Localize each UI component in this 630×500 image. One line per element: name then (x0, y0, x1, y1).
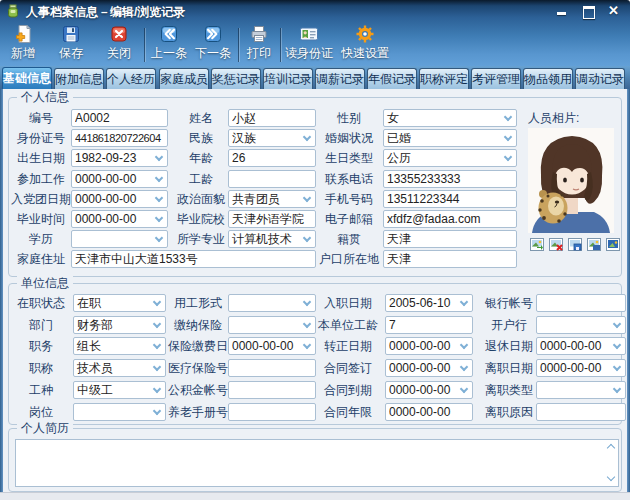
previous-record-button[interactable]: 上一条 (148, 24, 190, 64)
chevron-down-icon (155, 234, 163, 242)
medical-insurance-input[interactable] (228, 359, 316, 377)
new-record-icon (13, 24, 33, 44)
code-input[interactable] (71, 109, 168, 127)
employment-info-group: 单位信息 在职状态 在职 用工形式 入职日期 2005-06-10 银行帐号 部… (8, 283, 622, 425)
previous-button-label: 上一条 (148, 45, 190, 62)
worker-type-select[interactable]: 中级工 (73, 381, 166, 399)
bank-name-select[interactable] (536, 316, 626, 334)
contract-expire-select[interactable]: 0000-00-00 (385, 381, 473, 399)
tab-bar: 基础信息 附加信息 个人经历 家庭成员 奖惩记录 培训记录 调薪记录 年假记录 … (0, 66, 630, 89)
unit-seniority-input[interactable] (385, 316, 473, 334)
phone-input[interactable] (383, 170, 517, 188)
tab-extra-info[interactable]: 附加信息 (54, 68, 104, 89)
tab-family-members[interactable]: 家庭成员 (159, 68, 209, 89)
email-input[interactable] (383, 210, 517, 228)
scroll-down-icon[interactable] (606, 474, 616, 484)
new-button-label: 新增 (2, 45, 44, 62)
school-input[interactable] (228, 210, 316, 228)
bank-name-label: 开户行 (477, 318, 541, 333)
personal-info-group: 个人信息 编号 姓名 性别 女 身份证号 民族 汉族 婚姻状况 已婚 出生日期 … (8, 97, 622, 277)
maximize-button[interactable] (578, 3, 599, 17)
department-select[interactable]: 财务部 (73, 316, 166, 334)
insurance-pay-date-label: 保险缴费日 (165, 339, 231, 354)
titlebar[interactable]: 人事档案信息－编辑/浏览记录 ✕ (0, 0, 630, 22)
education-select[interactable] (71, 230, 168, 248)
work-start-select[interactable]: 0000-00-00 (71, 170, 168, 188)
tab-title-evaluation[interactable]: 职称评定 (419, 68, 469, 89)
leave-type-select[interactable] (536, 381, 626, 399)
title-select[interactable]: 技术员 (73, 359, 166, 377)
duty-select[interactable]: 组长 (73, 337, 166, 355)
contract-sign-label: 合同签订 (312, 361, 384, 376)
quick-settings-button[interactable]: 快速设置 (339, 24, 391, 64)
next-record-button[interactable]: 下一条 (192, 24, 234, 64)
leave-reason-input[interactable] (536, 403, 626, 421)
tab-basic-info[interactable]: 基础信息 (2, 67, 52, 89)
housing-fund-input[interactable] (228, 381, 316, 399)
post-label: 岗位 (11, 405, 71, 420)
save-button[interactable]: 保存 (50, 24, 92, 64)
retire-date-select[interactable]: 0000-00-00 (536, 337, 626, 355)
read-id-card-button[interactable]: 读身份证 (283, 24, 335, 64)
employ-status-select[interactable]: 在职 (73, 294, 166, 312)
minimize-button[interactable] (552, 3, 573, 17)
close-window-button[interactable]: ✕ (603, 3, 624, 17)
chevron-down-icon (153, 320, 161, 328)
employ-form-select[interactable] (228, 294, 316, 312)
contract-years-input[interactable] (385, 403, 473, 421)
mobile-input[interactable] (383, 190, 517, 208)
post-select[interactable] (73, 403, 166, 421)
chevron-down-icon (504, 113, 512, 121)
chevron-down-icon (153, 363, 161, 371)
close-button[interactable]: 关闭 (98, 24, 140, 64)
scroll-up-icon[interactable] (606, 442, 616, 452)
bank-account-input[interactable] (536, 294, 626, 312)
tab-salary-adjust[interactable]: 调薪记录 (315, 68, 365, 89)
party-date-select[interactable]: 0000-00-00 (71, 190, 168, 208)
photo-load-icon[interactable] (530, 238, 544, 251)
gender-select[interactable]: 女 (383, 109, 517, 127)
seniority-input[interactable] (228, 170, 316, 188)
photo-export-icon[interactable] (606, 238, 620, 251)
insurance-pay-select[interactable] (228, 316, 316, 334)
political-status-select[interactable]: 共青团员 (228, 190, 316, 208)
age-input[interactable] (228, 149, 316, 167)
resume-textarea[interactable] (15, 439, 619, 487)
major-select[interactable]: 计算机技术 (228, 230, 316, 248)
tab-personal-history[interactable]: 个人经历 (106, 68, 156, 89)
tab-reward-punishment[interactable]: 奖惩记录 (211, 68, 261, 89)
save-icon (61, 24, 81, 44)
birthday-type-select[interactable]: 公历 (383, 149, 517, 167)
worker-type-label: 工种 (11, 383, 71, 398)
household-location-input[interactable] (383, 250, 517, 268)
leave-date-select[interactable]: 0000-00-00 (536, 359, 626, 377)
mobile-label: 手机号码 (315, 192, 383, 207)
age-label: 年龄 (171, 151, 231, 166)
marital-status-select[interactable]: 已婚 (383, 129, 517, 147)
photo-scan-icon[interactable] (587, 238, 601, 251)
id-number-input[interactable] (71, 129, 168, 147)
pension-book-input[interactable] (228, 403, 316, 421)
tab-item-collection[interactable]: 物品领用 (523, 68, 573, 89)
chevron-down-icon (613, 385, 621, 393)
hire-date-select[interactable]: 2005-06-10 (385, 294, 473, 312)
print-button[interactable]: 打印 (242, 24, 276, 64)
home-address-input[interactable] (71, 250, 316, 268)
new-button[interactable]: 新增 (2, 24, 44, 64)
photo-delete-icon[interactable] (549, 238, 563, 251)
tab-assessment[interactable]: 考评管理 (471, 68, 521, 89)
tab-training-records[interactable]: 培训记录 (263, 68, 313, 89)
name-input[interactable] (228, 109, 316, 127)
tab-transfer-records[interactable]: 调动记录 (575, 68, 625, 89)
contract-sign-select[interactable]: 0000-00-00 (385, 359, 473, 377)
close-button-label: 关闭 (98, 45, 140, 62)
ethnicity-select[interactable]: 汉族 (228, 129, 316, 147)
regular-date-select[interactable]: 0000-00-00 (385, 337, 473, 355)
photo-save-icon[interactable] (568, 238, 582, 251)
tab-annual-leave[interactable]: 年假记录 (367, 68, 417, 89)
insurance-pay-date-select[interactable]: 0000-00-00 (228, 337, 316, 355)
employ-form-label: 用工形式 (165, 296, 231, 311)
birth-date-select[interactable]: 1982-09-23 (71, 149, 168, 167)
native-place-input[interactable] (383, 230, 517, 248)
graduate-date-select[interactable]: 0000-00-00 (71, 210, 168, 228)
